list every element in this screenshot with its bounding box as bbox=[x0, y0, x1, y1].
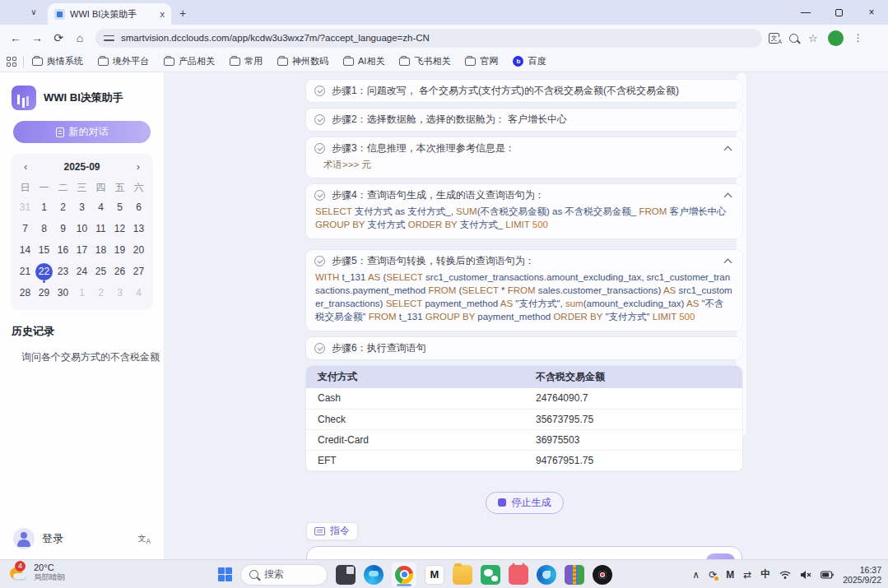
calendar-day[interactable]: 3 bbox=[72, 198, 91, 216]
red-cat-app-icon[interactable] bbox=[509, 565, 528, 585]
bookmark-item[interactable]: 飞书相关 bbox=[399, 55, 450, 67]
calendar-day[interactable]: 11 bbox=[91, 220, 110, 238]
winrar-app-icon[interactable] bbox=[565, 565, 584, 585]
bookmark-item[interactable]: 舆情系统 bbox=[32, 55, 83, 67]
calendar-day[interactable]: 19 bbox=[110, 241, 129, 259]
edge-app-icon[interactable] bbox=[364, 565, 384, 585]
bookmark-item[interactable]: 境外平台 bbox=[98, 55, 149, 67]
calendar-day[interactable]: 8 bbox=[35, 220, 53, 238]
calendar-day[interactable]: 4 bbox=[91, 198, 110, 216]
calendar-day[interactable]: 28 bbox=[16, 284, 35, 302]
browser-menu-icon[interactable]: ⋮ bbox=[853, 32, 863, 44]
new-tab-button[interactable]: + bbox=[179, 7, 186, 20]
calendar-day[interactable]: 23 bbox=[53, 262, 72, 280]
taskbar-search-box[interactable]: 搜索 bbox=[240, 564, 328, 586]
chevron-up-icon[interactable] bbox=[725, 192, 732, 199]
address-bar[interactable]: smartvision.dcclouds.com/app/kcdw3u3wxz7… bbox=[95, 29, 762, 48]
login-button[interactable]: 登录 bbox=[42, 531, 137, 546]
profile-avatar[interactable] bbox=[828, 30, 844, 46]
markdown-app-icon[interactable]: M bbox=[425, 565, 444, 585]
bookmark-star-icon[interactable]: ☆ bbox=[808, 32, 818, 44]
battery-icon[interactable] bbox=[821, 571, 834, 579]
calendar-prev-icon[interactable]: ‹ bbox=[24, 160, 27, 173]
calendar-day[interactable]: 1 bbox=[35, 198, 53, 216]
chevron-up-icon[interactable] bbox=[725, 145, 732, 152]
bookmark-item[interactable]: 常用 bbox=[230, 55, 263, 67]
calendar-day[interactable]: 20 bbox=[129, 241, 148, 259]
calendar-day[interactable]: 10 bbox=[72, 220, 91, 238]
browser-tab[interactable]: WWI BI决策助手 x bbox=[48, 3, 171, 25]
calendar-day[interactable]: 13 bbox=[129, 220, 148, 238]
forward-icon[interactable]: → bbox=[26, 31, 48, 44]
wifi-icon[interactable] bbox=[779, 570, 791, 580]
calendar-day-selected[interactable]: 22 bbox=[35, 262, 53, 280]
bookmark-item[interactable]: b百度 bbox=[513, 55, 546, 67]
calendar-day[interactable]: 3 bbox=[110, 284, 129, 302]
translate-icon[interactable]: 文 bbox=[769, 33, 779, 44]
recorder-app-icon[interactable] bbox=[593, 565, 612, 585]
result-table-card: 支付方式不含税交易金额 Cash24764090.7Check35673795.… bbox=[306, 366, 742, 471]
taskbar-clock[interactable]: 16:37 2025/9/22 bbox=[843, 565, 881, 585]
chevron-up-icon[interactable] bbox=[725, 257, 732, 265]
calendar-day[interactable]: 18 bbox=[91, 241, 110, 259]
chrome-app-icon-active[interactable] bbox=[392, 563, 416, 587]
calendar-day[interactable]: 4 bbox=[129, 284, 148, 302]
command-chip-button[interactable]: 指令 bbox=[306, 522, 358, 540]
calendar-day[interactable]: 31 bbox=[16, 198, 35, 216]
tab-close-icon[interactable]: x bbox=[160, 9, 165, 19]
bookmark-item[interactable]: 神州数码 bbox=[277, 55, 328, 67]
tray-transfer-icon[interactable]: ⇄ bbox=[743, 569, 751, 581]
apps-grid-icon[interactable] bbox=[7, 57, 16, 67]
calendar-day[interactable]: 6 bbox=[129, 198, 148, 216]
reload-icon[interactable]: ⟳ bbox=[48, 31, 69, 44]
wechat-app-icon[interactable] bbox=[481, 565, 500, 585]
calendar-day[interactable]: 25 bbox=[91, 262, 110, 280]
blue-app-icon[interactable] bbox=[537, 565, 556, 585]
notepad-app-icon[interactable] bbox=[336, 565, 356, 585]
calendar-day[interactable]: 2 bbox=[53, 198, 72, 216]
login-avatar-icon[interactable] bbox=[13, 528, 35, 549]
table-row: Credit-Card36975503 bbox=[306, 429, 742, 450]
start-button[interactable] bbox=[218, 567, 232, 581]
calendar-day[interactable]: 21 bbox=[16, 262, 35, 280]
window-minimize-button[interactable]: — bbox=[789, 0, 822, 25]
new-chat-button[interactable]: 新的对话 bbox=[13, 121, 151, 143]
ime-indicator[interactable]: 中 bbox=[760, 567, 770, 581]
window-maximize-button[interactable] bbox=[822, 0, 855, 25]
calendar-day[interactable]: 30 bbox=[53, 284, 72, 302]
calendar-day[interactable]: 24 bbox=[72, 262, 91, 280]
stop-generating-button[interactable]: 停止生成 bbox=[486, 492, 564, 514]
bookmark-item[interactable]: 产品相关 bbox=[164, 55, 215, 67]
calendar-day[interactable]: 2 bbox=[91, 284, 110, 302]
search-lens-icon[interactable] bbox=[789, 34, 798, 43]
tray-m-icon[interactable]: M bbox=[726, 569, 734, 581]
tray-expand-icon[interactable]: ∧ bbox=[692, 569, 700, 581]
site-settings-icon[interactable] bbox=[104, 34, 114, 43]
language-toggle-icon[interactable]: 文A bbox=[137, 533, 151, 545]
calendar-next-icon[interactable]: › bbox=[137, 160, 140, 173]
calendar-day[interactable]: 17 bbox=[72, 241, 91, 259]
file-explorer-icon[interactable] bbox=[453, 565, 472, 585]
window-close-button[interactable]: × bbox=[855, 0, 888, 25]
tab-search-icon[interactable]: ∨ bbox=[25, 6, 43, 20]
calendar-day[interactable]: 29 bbox=[35, 284, 53, 302]
calendar-day[interactable]: 14 bbox=[16, 241, 35, 259]
step-content: 术语>>> 元 bbox=[314, 155, 732, 174]
home-icon[interactable]: ⌂ bbox=[69, 31, 91, 44]
history-item[interactable]: 询问各个交易方式的不含税金额 bbox=[0, 339, 164, 364]
calendar-day[interactable]: 27 bbox=[129, 262, 148, 280]
calendar-day[interactable]: 7 bbox=[16, 220, 35, 238]
calendar-day[interactable]: 26 bbox=[110, 262, 129, 280]
calendar-day[interactable]: 9 bbox=[53, 220, 72, 238]
calendar-day[interactable]: 1 bbox=[72, 284, 91, 302]
bookmark-item[interactable]: AI相关 bbox=[343, 55, 384, 67]
calendar-day[interactable]: 12 bbox=[110, 220, 129, 238]
bookmark-item[interactable]: 官网 bbox=[465, 55, 498, 67]
back-icon[interactable]: ← bbox=[5, 31, 26, 44]
tray-sync-icon[interactable]: ⟳ bbox=[709, 569, 717, 581]
calendar-day[interactable]: 5 bbox=[110, 198, 129, 216]
weather-widget[interactable]: 4 20°C 局部晴朗 bbox=[8, 563, 65, 583]
volume-muted-icon[interactable] bbox=[800, 570, 811, 580]
calendar-day[interactable]: 15 bbox=[35, 241, 53, 259]
calendar-day[interactable]: 16 bbox=[53, 241, 72, 259]
